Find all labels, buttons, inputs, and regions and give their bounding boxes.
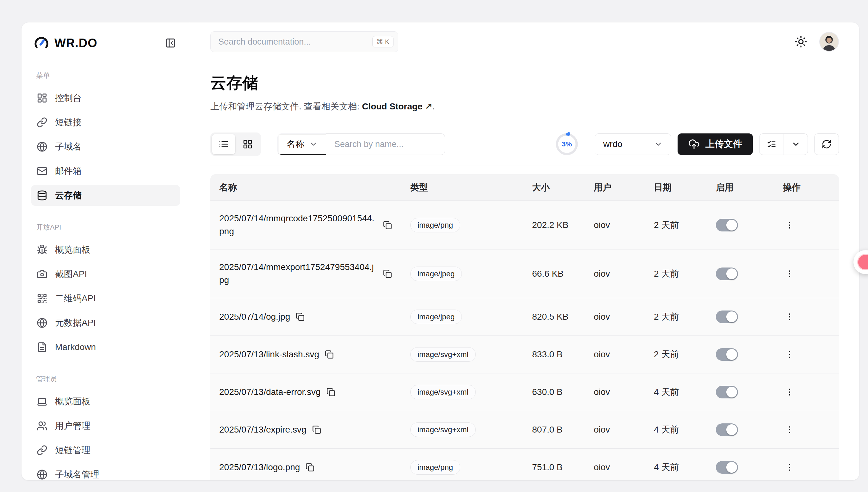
copy-name-button[interactable] — [325, 350, 334, 359]
enable-toggle[interactable] — [716, 423, 738, 436]
user-avatar[interactable] — [819, 32, 839, 52]
enable-toggle[interactable] — [716, 311, 738, 323]
enable-toggle[interactable] — [716, 348, 738, 361]
enabled-cell — [712, 219, 779, 231]
doc-search-input[interactable] — [218, 37, 372, 47]
file-date-cell: 4 天前 — [650, 461, 712, 473]
copy-name-button[interactable] — [306, 463, 314, 472]
bucket-select[interactable]: wrdo — [595, 133, 671, 155]
name-search-input[interactable] — [326, 140, 445, 149]
more-vertical-icon — [785, 425, 794, 435]
file-size-cell: 820.5 KB — [528, 312, 590, 322]
row-menu-button[interactable] — [783, 461, 796, 474]
more-vertical-icon — [785, 312, 794, 322]
list-view-button[interactable] — [212, 134, 235, 154]
actions-cell — [779, 219, 839, 232]
sidebar-item-screenshot-api[interactable]: 截图API — [31, 264, 180, 285]
globe-icon — [37, 317, 47, 328]
grid-view-button[interactable] — [236, 134, 259, 154]
sidebar-item-subdomains[interactable]: 子域名 — [31, 136, 180, 157]
batch-actions-group — [759, 133, 808, 155]
enabled-cell — [712, 386, 779, 398]
copy-name-button[interactable] — [327, 388, 335, 396]
sidebar-item-user-management[interactable]: 用户管理 — [31, 416, 180, 436]
file-size-cell: 66.6 KB — [528, 269, 590, 279]
sidebar-item-admin-overview[interactable]: 概览面板 — [31, 391, 180, 412]
file-type-cell: image/svg+xml — [403, 422, 528, 437]
sidebar-item-cloud-storage[interactable]: 云存储 — [31, 185, 180, 206]
copy-icon — [312, 425, 321, 434]
more-vertical-icon — [785, 387, 794, 397]
mime-type-badge: image/svg+xml — [410, 347, 476, 362]
copy-name-button[interactable] — [312, 425, 321, 434]
link-icon — [37, 117, 47, 128]
refresh-button[interactable] — [814, 133, 839, 155]
sidebar-item-subdomain-management[interactable]: 子域名管理 — [31, 464, 180, 480]
topbar-actions — [795, 32, 839, 52]
sidebar-item-markdown[interactable]: Markdown — [31, 337, 180, 358]
file-type-cell: image/jpeg — [403, 310, 528, 324]
file-name: 2025/07/14/mmqrcode1752500901544.png — [219, 212, 377, 238]
copy-icon — [296, 313, 305, 321]
row-menu-button[interactable] — [783, 423, 796, 436]
actions-cell — [779, 386, 839, 399]
copy-name-button[interactable] — [383, 269, 392, 278]
batch-select-button[interactable] — [760, 134, 783, 155]
upload-file-button[interactable]: 上传文件 — [678, 133, 753, 155]
actions-cell — [779, 461, 839, 474]
bucket-selected-value: wrdo — [603, 139, 623, 149]
cloud-upload-icon — [688, 139, 700, 150]
filter-field-dropdown[interactable]: 名称 — [278, 134, 326, 155]
theme-toggle-button[interactable] — [795, 35, 807, 48]
sidebar-item-console[interactable]: 控制台 — [31, 88, 180, 108]
row-menu-button[interactable] — [783, 219, 796, 232]
sidebar-item-qrcode-api[interactable]: 二维码API — [31, 288, 180, 309]
sidebar-item-api-overview[interactable]: 概览面板 — [31, 239, 180, 260]
panel-left-close-icon — [165, 38, 176, 48]
sidebar-item-short-links[interactable]: 短链接 — [31, 112, 180, 133]
row-menu-button[interactable] — [783, 267, 796, 280]
qrcode-icon — [37, 293, 47, 304]
grid-view-icon — [243, 139, 253, 149]
sidebar-item-label: 短链接 — [55, 116, 81, 128]
sidebar-item-link-management[interactable]: 短链管理 — [31, 440, 180, 461]
enable-toggle[interactable] — [716, 268, 738, 280]
row-menu-button[interactable] — [783, 386, 796, 399]
sidebar-collapse-button[interactable] — [163, 36, 178, 50]
copy-name-button[interactable] — [383, 221, 392, 229]
enable-toggle[interactable] — [716, 386, 738, 398]
column-header: 用户 — [590, 181, 650, 194]
copy-name-button[interactable] — [296, 313, 305, 321]
actions-cell — [779, 310, 839, 323]
file-name: 2025/07/13/expire.svg — [219, 423, 307, 436]
database-icon — [37, 190, 47, 201]
enabled-cell — [712, 268, 779, 280]
file-name-cell: 2025/07/14/mmexport1752479553404.jpg — [210, 261, 403, 287]
upload-label: 上传文件 — [705, 138, 742, 150]
sidebar-section: 开放API概览面板截图API二维码API元数据APIMarkdown — [31, 223, 180, 358]
page-title: 云存储 — [210, 72, 839, 94]
external-link-icon: ↗ — [425, 101, 432, 111]
enabled-cell — [712, 461, 779, 474]
sidebar-item-label: 概览面板 — [55, 396, 91, 408]
sidebar-item-mailbox[interactable]: 邮件箱 — [31, 161, 180, 181]
feedback-icon — [857, 254, 868, 270]
storage-toolbar: 名称 3% wrdo — [210, 132, 839, 165]
row-menu-button[interactable] — [783, 310, 796, 323]
sidebar: WR.DO 菜单控制台短链接子域名邮件箱云存储开放API概览面板截图API二维码… — [22, 22, 190, 480]
row-menu-button[interactable] — [783, 348, 796, 361]
table-row: 2025/07/14/mmqrcode1752500901544.pngimag… — [210, 201, 839, 249]
files-table: 名称类型大小用户日期启用操作 2025/07/14/mmqrcode175250… — [210, 174, 839, 480]
chevron-down-icon — [309, 140, 318, 148]
file-user-cell: oiov — [590, 425, 650, 435]
enable-toggle[interactable] — [716, 219, 738, 231]
file-name: 2025/07/14/mmexport1752479553404.jpg — [219, 261, 377, 287]
file-name-cell: 2025/07/13/link-slash.svg — [210, 348, 403, 361]
sidebar-item-metadata-api[interactable]: 元数据API — [31, 313, 180, 333]
copy-icon — [306, 463, 314, 472]
column-header: 启用 — [712, 181, 779, 194]
batch-more-button[interactable] — [783, 134, 807, 155]
cloud-storage-doc-link[interactable]: Cloud Storage ↗ — [362, 101, 432, 111]
enable-toggle[interactable] — [716, 461, 738, 474]
chevron-down-icon — [654, 140, 663, 149]
